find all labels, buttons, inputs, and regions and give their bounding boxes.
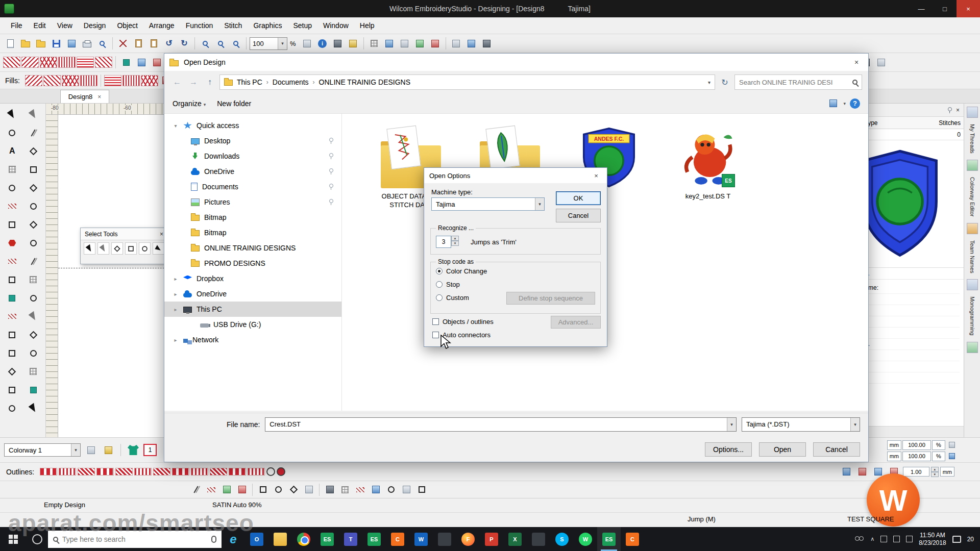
sidebar-item-onedrive-root[interactable]: ▸OneDrive xyxy=(164,286,341,302)
taskbar-file-explorer[interactable] xyxy=(268,527,292,551)
zoom-combo[interactable]: ▾ xyxy=(250,37,287,50)
taskbar-clock[interactable]: 11:50 AM 8/23/2018 xyxy=(919,532,946,547)
measure-tool[interactable] xyxy=(23,123,44,142)
chevron-down-icon[interactable]: ▾ xyxy=(535,198,544,210)
sidebar-quick-access[interactable]: ▾ Quick access xyxy=(164,118,341,133)
jumps-stepper[interactable]: ▴ ▾ xyxy=(436,236,459,248)
mirror-h-tool[interactable] xyxy=(2,344,23,362)
mirror-tool[interactable] xyxy=(2,270,23,289)
outline-style-swatch[interactable] xyxy=(59,468,76,475)
fill-pattern-swatch[interactable] xyxy=(3,57,20,68)
fill-style-swatch[interactable] xyxy=(122,75,140,86)
cancel-button[interactable]: Cancel xyxy=(556,209,601,222)
taskbar-sketch-tool[interactable] xyxy=(527,527,550,551)
stitch-angle-tool[interactable] xyxy=(2,307,23,325)
radio-icon[interactable] xyxy=(436,294,443,301)
design-properties-button[interactable]: i xyxy=(315,36,330,51)
docker-icon[interactable] xyxy=(967,279,978,290)
toolbar-icon[interactable] xyxy=(414,483,429,497)
curve-tool[interactable] xyxy=(23,197,44,215)
sidebar-item-promo-designs[interactable]: PROMO DESIGNS xyxy=(164,256,341,271)
color-wheel-button[interactable] xyxy=(150,55,164,69)
toolbar-icon[interactable] xyxy=(840,465,854,479)
outline-style-swatch[interactable] xyxy=(96,468,114,475)
view-mode-button[interactable] xyxy=(827,97,839,110)
resize-tool[interactable] xyxy=(23,362,44,381)
palette-tool[interactable] xyxy=(23,381,44,399)
dialog-close-button[interactable]: × xyxy=(845,54,868,71)
help-button[interactable]: ? xyxy=(850,98,860,109)
paste-button[interactable] xyxy=(146,36,161,51)
radio-selected-icon[interactable] xyxy=(436,268,443,274)
forward-button[interactable]: → xyxy=(187,76,200,89)
palette-close-icon[interactable]: × xyxy=(160,231,163,238)
toolbar-icon[interactable] xyxy=(874,55,888,69)
open-design-button[interactable] xyxy=(18,36,33,51)
fill-style-swatch[interactable] xyxy=(141,75,158,86)
toolbar-icon[interactable] xyxy=(302,483,316,497)
swap-tool[interactable] xyxy=(23,325,44,344)
outline-style-swatch[interactable] xyxy=(191,468,208,475)
fill-pattern-swatch[interactable] xyxy=(77,57,94,68)
chevron-down-icon[interactable]: ▾ xyxy=(843,101,846,106)
tray-expand-icon[interactable]: ∧ xyxy=(870,536,874,542)
fill-style-swatch[interactable] xyxy=(25,75,42,86)
tab-monogramming[interactable]: Monogramming xyxy=(969,296,975,335)
export-button[interactable] xyxy=(64,36,79,51)
graphics-tool-button[interactable] xyxy=(119,55,133,69)
spin-down-icon[interactable]: ▾ xyxy=(451,241,459,246)
hoop-toggle-button[interactable] xyxy=(382,36,397,51)
select-object-tool[interactable] xyxy=(84,242,95,255)
lasso-select-tool[interactable] xyxy=(2,123,23,142)
toolbar-icon[interactable] xyxy=(855,465,870,479)
tab-my-threads[interactable]: My Threads xyxy=(969,124,975,154)
up-button[interactable]: ↑ xyxy=(203,76,216,89)
sidebar-item-bitmap-2[interactable]: Bitmap xyxy=(164,225,341,240)
toolbar-icon[interactable] xyxy=(204,483,218,497)
taskbar-teams[interactable]: T xyxy=(339,527,362,551)
zoom-in-button[interactable] xyxy=(198,36,212,51)
minimize-button[interactable]: — xyxy=(910,0,933,17)
taskbar-firefox[interactable]: F xyxy=(456,527,480,551)
taskbar-word[interactable]: W xyxy=(409,527,433,551)
toolbar-icon[interactable] xyxy=(449,36,463,51)
sidebar-item-downloads[interactable]: Downloads xyxy=(164,148,341,164)
color-fill-tool[interactable] xyxy=(2,234,23,252)
menu-file[interactable]: File xyxy=(5,17,28,34)
circle-outline-button[interactable] xyxy=(266,467,275,476)
colorway-select[interactable]: Colorway 1 ▾ xyxy=(4,443,81,457)
rectangle-tool[interactable] xyxy=(23,160,44,179)
radio-icon[interactable] xyxy=(436,281,443,288)
add-to-selection-tool[interactable] xyxy=(97,242,109,255)
arrow-tool[interactable] xyxy=(23,307,44,325)
toolbar-icon[interactable] xyxy=(323,483,337,497)
outline-style-swatch[interactable] xyxy=(134,468,152,475)
options-button[interactable]: Options... xyxy=(705,442,752,457)
zoom-out-button[interactable] xyxy=(213,36,228,51)
stitch-player-button[interactable] xyxy=(331,36,345,51)
sidebar-item-this-pc[interactable]: ▸This PC xyxy=(164,302,341,317)
spin-down-icon[interactable]: ▾ xyxy=(931,472,939,477)
select-tool[interactable] xyxy=(2,105,23,123)
grid-toggle-button[interactable] xyxy=(367,36,381,51)
undo-button[interactable]: ↺ xyxy=(162,36,176,51)
taskbar-store[interactable] xyxy=(433,527,456,551)
mirror-v-tool[interactable] xyxy=(23,344,44,362)
chevron-down-icon[interactable]: ▾ xyxy=(278,38,287,49)
outline-style-swatch[interactable] xyxy=(40,468,57,475)
menu-setup[interactable]: Setup xyxy=(287,17,317,34)
color-chip-1[interactable]: 1 xyxy=(143,444,157,456)
fill-pattern-swatch[interactable] xyxy=(40,57,57,68)
tab-team-names[interactable]: Team Names xyxy=(969,240,975,273)
spiral-tool[interactable] xyxy=(23,234,44,252)
radio-custom[interactable]: Custom xyxy=(436,294,469,302)
chevron-right-icon[interactable]: ▸ xyxy=(173,276,179,282)
sidebar-item-usb-drive[interactable]: USB Drive (G:) xyxy=(164,317,341,332)
pin-icon[interactable] xyxy=(947,107,952,114)
print-preview-button[interactable] xyxy=(95,36,109,51)
appliance-tool[interactable] xyxy=(2,215,23,234)
cancel-button[interactable]: Cancel xyxy=(813,442,860,457)
tray-icon[interactable] xyxy=(893,536,900,542)
taskbar-corel[interactable]: C xyxy=(386,527,409,551)
star-tool[interactable] xyxy=(23,215,44,234)
